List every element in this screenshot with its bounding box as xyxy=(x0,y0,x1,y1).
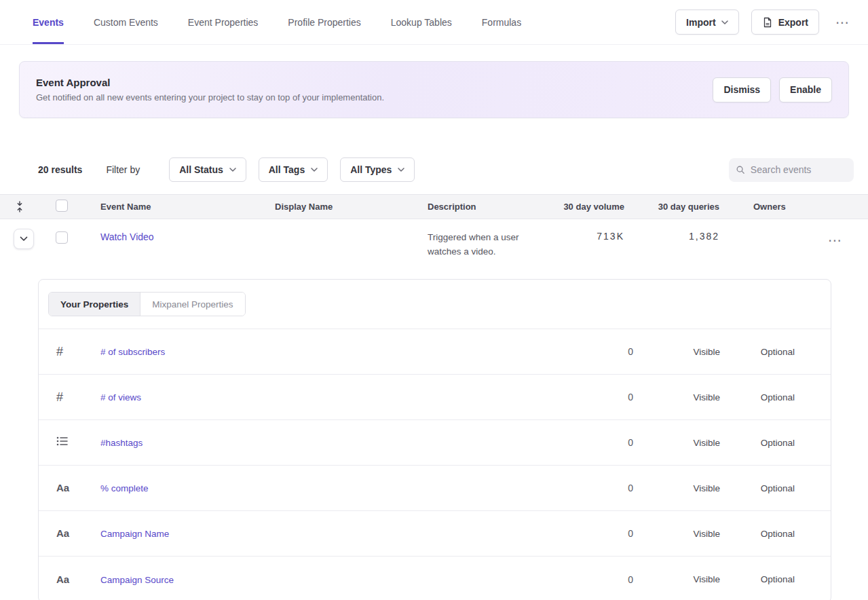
nav-actions: Import Export ⋯ xyxy=(675,10,854,35)
event-approval-banner: Event Approval Get notified on all new e… xyxy=(19,61,849,118)
event-display-name xyxy=(256,219,409,231)
filter-bar: 20 results Filter by All Status All Tags… xyxy=(0,157,868,182)
row-expander-button[interactable] xyxy=(14,229,34,249)
export-file-icon xyxy=(762,17,773,28)
types-filter-label: All Types xyxy=(350,164,392,175)
chevron-down-icon xyxy=(229,168,236,172)
property-name-link[interactable]: Campaign Name xyxy=(100,529,169,539)
property-visibility: Visible xyxy=(633,392,720,402)
more-icon: ⋯ xyxy=(835,15,850,30)
status-filter-label: All Status xyxy=(179,164,223,175)
import-label: Import xyxy=(686,17,716,28)
tab-custom-events[interactable]: Custom Events xyxy=(94,0,158,44)
event-queries: 1,382 xyxy=(624,219,719,242)
property-name-link[interactable]: Campaign Source xyxy=(100,575,174,585)
tab-profile-properties[interactable]: Profile Properties xyxy=(288,0,360,44)
banner-description: Get notified on all new events entering … xyxy=(36,92,384,102)
properties-panel-header: Your Properties Mixpanel Properties xyxy=(39,280,831,329)
tab-event-properties[interactable]: Event Properties xyxy=(188,0,259,44)
property-required: Optional xyxy=(720,438,795,448)
nav-tabs: Events Custom Events Event Properties Pr… xyxy=(33,0,521,44)
column-header-display-name: Display Name xyxy=(256,202,409,212)
property-count: 0 xyxy=(559,392,633,402)
export-label: Export xyxy=(778,17,808,28)
property-name-link[interactable]: # of views xyxy=(100,392,141,402)
tab-mixpanel-properties[interactable]: Mixpanel Properties xyxy=(140,293,244,316)
event-volume: 713K xyxy=(537,219,624,242)
select-all-checkbox[interactable] xyxy=(56,200,68,212)
list-type-icon xyxy=(56,436,69,446)
banner-title: Event Approval xyxy=(36,77,384,88)
dismiss-button[interactable]: Dismiss xyxy=(713,77,771,102)
property-row: Aa Campaign Name 0 Visible Optional xyxy=(39,511,831,557)
property-required: Optional xyxy=(720,483,795,493)
event-description: Triggered when a user watches a video. xyxy=(409,219,537,259)
property-rows: # # of subscribers 0 Visible Optional # … xyxy=(39,329,831,600)
events-table-header: Event Name Display Name Description 30 d… xyxy=(0,194,868,219)
chevron-down-icon xyxy=(721,20,728,24)
export-button[interactable]: Export xyxy=(751,10,819,35)
property-row: Aa % complete 0 Visible Optional xyxy=(39,466,831,511)
property-required: Optional xyxy=(720,574,795,584)
enable-button[interactable]: Enable xyxy=(779,77,832,102)
property-name-link[interactable]: % complete xyxy=(100,483,149,493)
row-checkbox[interactable] xyxy=(56,231,68,244)
property-visibility: Visible xyxy=(633,529,720,539)
banner-text: Event Approval Get notified on all new e… xyxy=(36,77,384,102)
number-type-icon: # xyxy=(56,345,63,358)
property-name-link[interactable]: #hashtags xyxy=(100,438,143,448)
tags-filter-label: All Tags xyxy=(269,164,305,175)
more-options-button[interactable]: ⋯ xyxy=(831,13,854,32)
chevron-down-icon xyxy=(311,168,318,172)
property-row: #hashtags 0 Visible Optional xyxy=(39,420,831,466)
banner-actions: Dismiss Enable xyxy=(713,77,832,102)
chevron-down-icon xyxy=(398,168,404,172)
tab-lookup-tables[interactable]: Lookup Tables xyxy=(391,0,452,44)
lexicon-events-page: Events Custom Events Event Properties Pr… xyxy=(0,0,868,600)
properties-tabs: Your Properties Mixpanel Properties xyxy=(48,292,246,316)
property-visibility: Visible xyxy=(633,574,720,584)
row-actions-button[interactable]: ⋯ xyxy=(824,231,846,250)
event-name-link[interactable]: Watch Video xyxy=(100,231,154,242)
filter-by-label: Filter by xyxy=(106,164,140,175)
property-row: # # of views 0 Visible Optional xyxy=(39,375,831,420)
tab-your-properties[interactable]: Your Properties xyxy=(49,293,140,316)
text-type-icon: Aa xyxy=(56,482,69,493)
import-button[interactable]: Import xyxy=(675,10,739,35)
chevron-down-icon xyxy=(20,236,28,242)
more-icon: ⋯ xyxy=(828,233,842,248)
property-visibility: Visible xyxy=(633,438,720,448)
number-type-icon: # xyxy=(56,390,63,404)
property-visibility: Visible xyxy=(633,347,720,357)
property-count: 0 xyxy=(559,574,633,585)
status-filter-dropdown[interactable]: All Status xyxy=(169,157,246,182)
tab-formulas[interactable]: Formulas xyxy=(482,0,521,44)
results-count: 20 results xyxy=(38,164,82,175)
types-filter-dropdown[interactable]: All Types xyxy=(340,157,415,182)
column-header-event-name: Event Name xyxy=(81,202,256,212)
property-count: 0 xyxy=(559,346,633,357)
search-input[interactable] xyxy=(751,164,847,175)
search-icon xyxy=(736,164,745,175)
property-required: Optional xyxy=(720,392,795,402)
property-required: Optional xyxy=(720,529,795,539)
property-name-link[interactable]: # of subscribers xyxy=(100,347,165,357)
tags-filter-dropdown[interactable]: All Tags xyxy=(259,157,328,182)
property-count: 0 xyxy=(559,483,633,493)
properties-panel: Your Properties Mixpanel Properties # # … xyxy=(38,279,831,600)
collapse-rows-icon xyxy=(15,201,24,212)
property-visibility: Visible xyxy=(633,483,720,493)
property-required: Optional xyxy=(720,347,795,357)
column-header-owners: Owners xyxy=(719,202,801,212)
property-count: 0 xyxy=(559,528,633,539)
event-owners xyxy=(719,219,801,231)
top-navigation: Events Custom Events Event Properties Pr… xyxy=(0,0,868,45)
property-row: # # of subscribers 0 Visible Optional xyxy=(39,329,831,375)
collapse-all-button[interactable] xyxy=(14,200,26,214)
column-header-volume: 30 day volume xyxy=(537,202,624,212)
column-header-queries: 30 day queries xyxy=(624,202,719,212)
text-type-icon: Aa xyxy=(56,574,69,585)
search-events-field[interactable] xyxy=(729,158,854,182)
event-row-watch-video: Watch Video Triggered when a user watche… xyxy=(0,219,868,260)
tab-events[interactable]: Events xyxy=(33,0,64,44)
